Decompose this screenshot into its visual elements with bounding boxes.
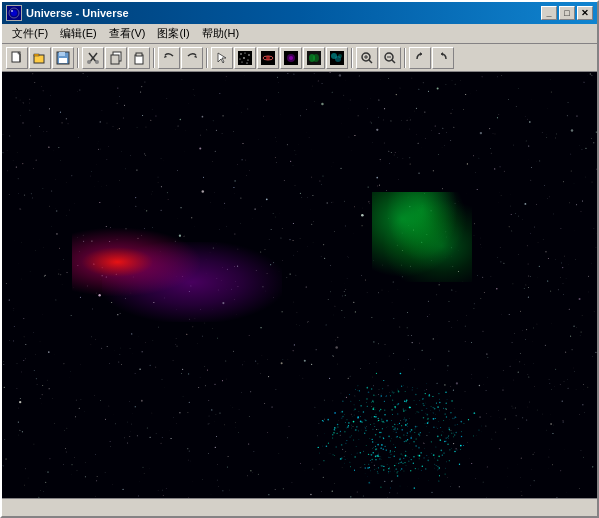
svg-point-23 [245, 52, 246, 53]
toolbar [2, 44, 597, 72]
separator-5 [404, 48, 406, 68]
window-title: Universe - Universe [26, 7, 129, 19]
status-bar [2, 498, 597, 516]
svg-line-44 [369, 60, 372, 63]
zoom-in-button[interactable] [356, 47, 378, 69]
main-window: Universe - Universe _ □ ✕ 文件(F) 编辑(E) 查看… [0, 0, 599, 518]
svg-point-24 [248, 54, 249, 55]
cut-button[interactable] [82, 47, 104, 69]
copy-button[interactable] [105, 47, 127, 69]
svg-point-13 [95, 60, 99, 64]
green-nebula [372, 192, 472, 282]
separator-2 [153, 48, 155, 68]
redo-button[interactable] [181, 47, 203, 69]
menu-bar: 文件(F) 编辑(E) 查看(V) 图案(I) 帮助(H) [2, 24, 597, 44]
universe-canvas[interactable] [2, 72, 597, 498]
separator-1 [77, 48, 79, 68]
open-button[interactable] [29, 47, 51, 69]
svg-point-28 [242, 61, 243, 62]
menu-patterns[interactable]: 图案(I) [151, 24, 195, 43]
cyan-cluster [312, 372, 482, 492]
svg-line-48 [392, 60, 395, 63]
maximize-button[interactable]: □ [559, 6, 575, 20]
menu-view[interactable]: 查看(V) [103, 24, 152, 43]
svg-point-22 [240, 53, 241, 54]
new-button[interactable] [6, 47, 28, 69]
svg-rect-6 [34, 54, 39, 56]
svg-point-29 [246, 62, 247, 63]
undo-button[interactable] [158, 47, 180, 69]
rotate-left-button[interactable] [409, 47, 431, 69]
separator-3 [206, 48, 208, 68]
title-buttons: _ □ ✕ [541, 6, 593, 20]
svg-point-26 [243, 57, 245, 59]
save-button[interactable] [52, 47, 74, 69]
svg-marker-51 [441, 52, 443, 56]
nebula2-tool[interactable] [326, 47, 348, 69]
svg-point-32 [266, 56, 270, 60]
svg-rect-15 [111, 55, 119, 64]
paste-button[interactable] [128, 47, 150, 69]
svg-point-25 [240, 58, 241, 59]
app-icon [6, 5, 22, 21]
menu-edit[interactable]: 编辑(E) [54, 24, 103, 43]
rotate-right-button[interactable] [432, 47, 454, 69]
svg-rect-17 [136, 53, 142, 56]
svg-marker-20 [218, 53, 226, 63]
galaxy1-tool[interactable] [257, 47, 279, 69]
close-button[interactable]: ✕ [577, 6, 593, 20]
svg-point-35 [289, 56, 293, 60]
nebula1-tool[interactable] [303, 47, 325, 69]
red-star-nebula [72, 227, 202, 297]
svg-rect-9 [59, 58, 67, 63]
zoom-out-button[interactable] [379, 47, 401, 69]
svg-point-38 [313, 54, 319, 62]
svg-marker-50 [420, 52, 422, 56]
svg-rect-8 [59, 52, 65, 56]
svg-point-2 [11, 10, 13, 12]
star-dense-tool[interactable] [234, 47, 256, 69]
pointer-tool[interactable] [211, 47, 233, 69]
separator-4 [351, 48, 353, 68]
title-bar: Universe - Universe _ □ ✕ [2, 2, 597, 24]
svg-point-42 [338, 54, 342, 58]
menu-help[interactable]: 帮助(H) [196, 24, 245, 43]
svg-point-12 [87, 60, 91, 64]
svg-point-27 [247, 59, 248, 60]
galaxy2-tool[interactable] [280, 47, 302, 69]
title-bar-left: Universe - Universe [6, 5, 129, 21]
minimize-button[interactable]: _ [541, 6, 557, 20]
menu-file[interactable]: 文件(F) [6, 24, 54, 43]
